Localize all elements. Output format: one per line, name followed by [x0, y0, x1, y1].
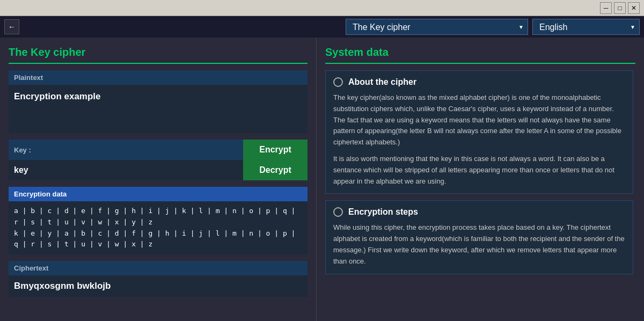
about-cipher-text: The key cipher(also known as the mixed a…: [333, 92, 625, 187]
encryption-data-label: Encryption data: [9, 187, 308, 201]
window-controls: ─ □ ✕: [600, 2, 640, 14]
minimize-button[interactable]: ─: [600, 2, 612, 14]
about-cipher-card: About the cipher The key cipher(also kno…: [325, 70, 633, 194]
back-button[interactable]: ←: [4, 19, 19, 34]
ciphertext-label: Ciphertext: [9, 261, 308, 275]
encryption-steps-title: Encryption steps: [348, 207, 418, 217]
plaintext-label: Plaintext: [9, 70, 308, 85]
encryption-data-line2: k | e | y | a | b | c | d | f | g | h | …: [14, 228, 302, 251]
about-cipher-title: About the cipher: [348, 77, 416, 87]
left-panel: The Key cipher Plaintext Key : Encrypt D…: [0, 38, 317, 321]
left-panel-divider: [9, 63, 308, 64]
encrypt-button[interactable]: Encrypt: [243, 140, 308, 160]
encryption-steps-card: Encryption steps While using this cipher…: [325, 200, 633, 274]
encryption-steps-header: Encryption steps: [333, 207, 625, 217]
language-select[interactable]: English: [532, 19, 640, 35]
cipher-dropdown-wrapper: The Key cipher ▼: [346, 19, 528, 35]
scrollable-content[interactable]: About the cipher The key cipher(also kno…: [325, 70, 635, 312]
right-panel-divider: [325, 63, 635, 64]
right-panel-title: System data: [325, 46, 635, 59]
encryption-data-line1: a | b | c | d | e | f | g | h | i | j | …: [14, 206, 302, 228]
key-value-row: Decrypt: [9, 160, 308, 180]
main-toolbar: ← The Key cipher ▼ English ▼: [0, 16, 644, 38]
language-dropdown-wrapper: English ▼: [532, 19, 640, 35]
close-button[interactable]: ✕: [628, 2, 640, 14]
plaintext-input[interactable]: [9, 85, 308, 133]
encryption-steps-radio[interactable]: [333, 207, 343, 217]
left-panel-title: The Key cipher: [9, 46, 308, 59]
about-cipher-p1: The key cipher(also known as the mixed a…: [333, 92, 625, 148]
content-area: The Key cipher Plaintext Key : Encrypt D…: [0, 38, 644, 321]
cipher-select[interactable]: The Key cipher: [346, 19, 528, 35]
encryption-data-content: a | b | c | d | e | f | g | h | i | j | …: [9, 201, 308, 254]
encryption-steps-text: While using this cipher, the encryption …: [333, 222, 625, 267]
right-panel: System data About the cipher The key cip…: [317, 38, 644, 321]
about-cipher-radio[interactable]: [333, 77, 343, 87]
encryption-steps-p1: While using this cipher, the encryption …: [333, 222, 625, 267]
key-row: Key : Encrypt: [9, 140, 308, 160]
ciphertext-value: Bmyqxosgnm bwklojb: [9, 275, 308, 297]
maximize-button[interactable]: □: [614, 2, 626, 14]
about-cipher-p2: It is also worth mentioning that the key…: [333, 154, 625, 187]
decrypt-button[interactable]: Decrypt: [243, 160, 308, 180]
about-cipher-header: About the cipher: [333, 77, 625, 87]
key-label: Key :: [9, 140, 243, 160]
key-input[interactable]: [9, 160, 243, 180]
title-bar: ─ □ ✕: [0, 0, 644, 16]
